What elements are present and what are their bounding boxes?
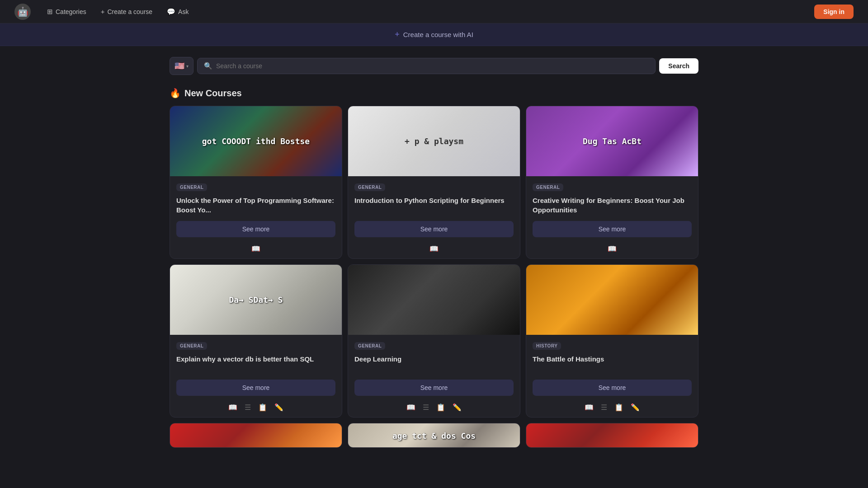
nav-links: ⊞ Categories + Create a course 💬 Ask bbox=[42, 5, 803, 19]
edit-icon[interactable]: ✏️ bbox=[631, 403, 640, 412]
categories-label: Categories bbox=[56, 8, 86, 15]
ask-icon: 💬 bbox=[167, 8, 175, 16]
ask-label: Ask bbox=[178, 8, 189, 15]
course-actions: 📖 ☰ 📋 ✏️ bbox=[533, 400, 692, 413]
course-title: The Battle of Hastings bbox=[533, 354, 692, 373]
course-badge: GENERAL bbox=[176, 342, 207, 350]
thumbnail-text bbox=[608, 296, 617, 305]
ai-banner-plus-icon: + bbox=[395, 30, 400, 39]
thumbnail-text bbox=[429, 296, 439, 305]
course-grid: got COOODT ithd Bostse GENERAL Unlock th… bbox=[0, 106, 868, 423]
course-badge: GENERAL bbox=[176, 183, 207, 191]
course-actions: 📖 bbox=[176, 242, 335, 254]
course-thumbnail: + p & playsm bbox=[348, 106, 520, 176]
bookmark-icon[interactable]: 📖 bbox=[608, 244, 617, 253]
course-body: GENERAL Unlock the Power of Top Programm… bbox=[170, 176, 342, 258]
see-more-button[interactable]: See more bbox=[176, 380, 335, 396]
course-card: GENERAL Deep Learning See more 📖 ☰ 📋 ✏️ bbox=[348, 264, 520, 418]
search-icon: 🔍 bbox=[204, 62, 212, 70]
partial-course-card: age tct & dos Cos bbox=[348, 423, 520, 448]
course-thumbnail bbox=[348, 265, 520, 335]
course-body: HISTORY The Battle of Hastings See more … bbox=[526, 335, 698, 417]
new-courses-header: 🔥 New Courses bbox=[0, 80, 868, 99]
logo[interactable]: 🤖 bbox=[14, 4, 31, 20]
course-badge: GENERAL bbox=[354, 342, 385, 350]
create-course-label: Create a course bbox=[107, 8, 152, 15]
list-icon[interactable]: ☰ bbox=[601, 403, 607, 412]
course-title: Explain why a vector db is better than S… bbox=[176, 354, 335, 373]
partial-thumbnail bbox=[526, 423, 698, 448]
flag-emoji: 🇺🇸 bbox=[175, 61, 184, 71]
search-row: 🇺🇸 ▾ 🔍 Search bbox=[170, 57, 698, 75]
course-badge: HISTORY bbox=[533, 342, 561, 350]
book-icon[interactable]: 📖 bbox=[406, 403, 415, 412]
thumbnail-text: + p & playsm bbox=[400, 131, 468, 151]
course-card: HISTORY The Battle of Hastings See more … bbox=[526, 264, 698, 418]
section-title: 🔥 New Courses bbox=[170, 88, 698, 99]
course-card: got COOODT ithd Bostse GENERAL Unlock th… bbox=[170, 106, 342, 259]
course-thumbnail: got COOODT ithd Bostse bbox=[170, 106, 342, 176]
course-body: GENERAL Explain why a vector db is bette… bbox=[170, 335, 342, 417]
course-title: Deep Learning bbox=[354, 354, 514, 373]
course-badge: GENERAL bbox=[533, 183, 563, 191]
course-body: GENERAL Creative Writing for Beginners: … bbox=[526, 176, 698, 258]
course-actions: 📖 ☰ 📋 ✏️ bbox=[354, 400, 514, 413]
language-select[interactable]: 🇺🇸 ▾ bbox=[170, 57, 193, 75]
list-icon[interactable]: ☰ bbox=[245, 403, 251, 412]
course-actions: 📖 bbox=[533, 242, 692, 254]
bookmark-icon[interactable]: 📖 bbox=[251, 244, 260, 253]
sign-in-button[interactable]: Sign in bbox=[814, 5, 854, 19]
course-body: GENERAL Deep Learning See more 📖 ☰ 📋 ✏️ bbox=[348, 335, 520, 417]
navbar: 🤖 ⊞ Categories + Create a course 💬 Ask S… bbox=[0, 0, 868, 23]
edit-icon[interactable]: ✏️ bbox=[274, 403, 283, 412]
thumbnail-text: Da→ SDat→ S bbox=[224, 290, 287, 310]
see-more-button[interactable]: See more bbox=[354, 221, 514, 237]
create-course-icon: + bbox=[101, 8, 105, 15]
course-body: GENERAL Introduction to Python Scripting… bbox=[348, 176, 520, 258]
logo-emoji: 🤖 bbox=[17, 6, 28, 17]
search-section: 🇺🇸 ▾ 🔍 Search bbox=[0, 46, 868, 80]
course-grid-bottom: age tct & dos Cos bbox=[0, 423, 868, 459]
copy-icon[interactable]: 📋 bbox=[436, 403, 445, 412]
course-card: Da→ SDat→ S GENERAL Explain why a vector… bbox=[170, 264, 342, 418]
search-input-wrap: 🔍 bbox=[197, 58, 656, 74]
partial-course-card bbox=[170, 423, 342, 448]
course-actions: 📖 ☰ 📋 ✏️ bbox=[176, 400, 335, 413]
nav-categories[interactable]: ⊞ Categories bbox=[42, 5, 92, 19]
list-icon[interactable]: ☰ bbox=[423, 403, 429, 412]
copy-icon[interactable]: 📋 bbox=[258, 403, 267, 412]
copy-icon[interactable]: 📋 bbox=[614, 403, 623, 412]
thumbnail-text: Dug Tas AcBt bbox=[578, 131, 646, 151]
see-more-button[interactable]: See more bbox=[354, 380, 514, 396]
course-card: + p & playsm GENERAL Introduction to Pyt… bbox=[348, 106, 520, 259]
fire-icon: 🔥 bbox=[170, 88, 181, 99]
thumbnail-text: got COOODT ithd Bostse bbox=[198, 131, 314, 151]
see-more-button[interactable]: See more bbox=[533, 380, 692, 396]
course-actions: 📖 bbox=[354, 242, 514, 254]
partial-course-card bbox=[526, 423, 698, 448]
course-thumbnail bbox=[526, 265, 698, 335]
course-thumbnail: Dug Tas AcBt bbox=[526, 106, 698, 176]
categories-icon: ⊞ bbox=[47, 8, 53, 16]
course-badge: GENERAL bbox=[354, 183, 385, 191]
book-icon[interactable]: 📖 bbox=[585, 403, 594, 412]
partial-thumbnail: age tct & dos Cos bbox=[348, 423, 520, 448]
course-title: Introduction to Python Scripting for Beg… bbox=[354, 196, 514, 215]
course-title: Creative Writing for Beginners: Boost Yo… bbox=[533, 196, 692, 215]
partial-thumbnail bbox=[170, 423, 342, 448]
search-input[interactable] bbox=[216, 62, 649, 70]
course-thumbnail: Da→ SDat→ S bbox=[170, 265, 342, 335]
bookmark-icon[interactable]: 📖 bbox=[429, 244, 439, 253]
edit-icon[interactable]: ✏️ bbox=[453, 403, 462, 412]
see-more-button[interactable]: See more bbox=[533, 221, 692, 237]
section-title-text: New Courses bbox=[184, 88, 242, 99]
chevron-down-icon: ▾ bbox=[186, 64, 189, 69]
nav-ask[interactable]: 💬 Ask bbox=[161, 5, 194, 19]
course-card: Dug Tas AcBt GENERAL Creative Writing fo… bbox=[526, 106, 698, 259]
see-more-button[interactable]: See more bbox=[176, 221, 335, 237]
ai-banner[interactable]: + Create a course with AI bbox=[0, 23, 868, 46]
search-button[interactable]: Search bbox=[659, 58, 698, 74]
course-title: Unlock the Power of Top Programming Soft… bbox=[176, 196, 335, 215]
book-icon[interactable]: 📖 bbox=[228, 403, 237, 412]
nav-create-course[interactable]: + Create a course bbox=[95, 5, 158, 18]
